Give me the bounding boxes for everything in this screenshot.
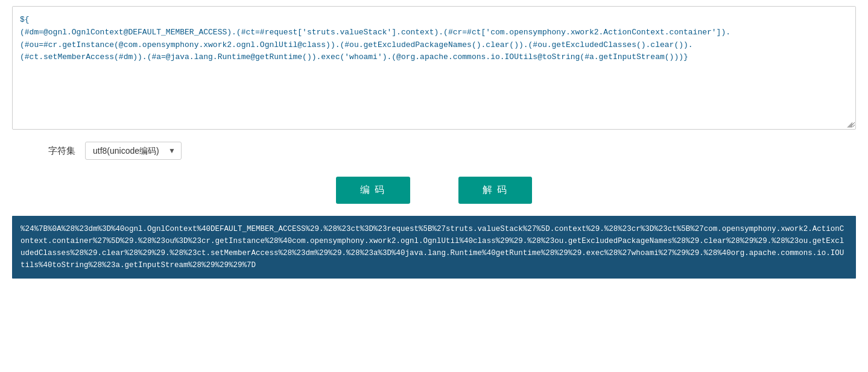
output-area: %24%7B%0A%28%23dm%3D%40ognl.OgnlContext%… <box>12 216 856 279</box>
code-input-wrapper: ${ (#dm=@ognl.OgnlContext@DEFAULT_MEMBER… <box>12 6 856 130</box>
charset-row: 字符集 utf8(unicode编码) gbk gb2312 iso-8859-… <box>12 137 856 165</box>
decode-button[interactable]: 解 码 <box>458 177 532 204</box>
resize-handle: ◢ <box>847 121 854 128</box>
charset-label: 字符集 <box>48 145 75 157</box>
charset-select-wrapper: utf8(unicode编码) gbk gb2312 iso-8859-1 ut… <box>85 142 182 160</box>
charset-select[interactable]: utf8(unicode编码) gbk gb2312 iso-8859-1 ut… <box>85 142 182 160</box>
button-row: 编 码 解 码 <box>12 172 856 209</box>
page-container: ${ (#dm=@ognl.OgnlContext@DEFAULT_MEMBER… <box>0 0 868 372</box>
code-input[interactable]: ${ (#dm=@ognl.OgnlContext@DEFAULT_MEMBER… <box>13 7 855 127</box>
encode-button[interactable]: 编 码 <box>336 177 410 204</box>
output-text: %24%7B%0A%28%23dm%3D%40ognl.OgnlContext%… <box>21 225 844 270</box>
